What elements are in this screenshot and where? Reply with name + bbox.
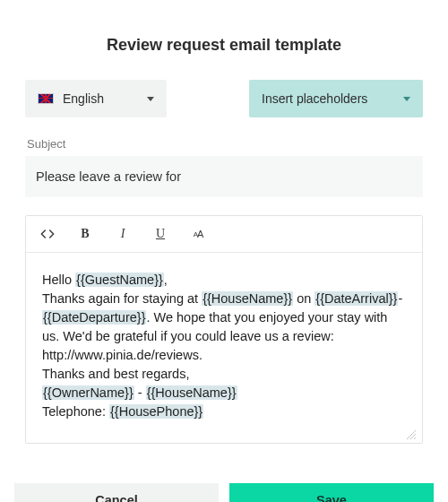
body-text: - bbox=[398, 291, 402, 306]
font-size-button[interactable]: AA bbox=[189, 225, 207, 243]
uk-flag-icon bbox=[38, 93, 54, 104]
body-text: Hello bbox=[42, 273, 75, 287]
bold-button[interactable]: B bbox=[76, 225, 94, 243]
body-text: , bbox=[164, 273, 168, 287]
placeholder-guestname: {{GuestName}} bbox=[75, 273, 164, 287]
placeholder-housephone: {{HousePhone}} bbox=[109, 404, 203, 419]
placeholder-ownername: {{OwnerName}} bbox=[42, 385, 134, 400]
save-button[interactable]: Save bbox=[229, 483, 434, 502]
body-textarea[interactable]: Hello {{GuestName}}, Thanks again for st… bbox=[26, 253, 422, 443]
body-text: - bbox=[134, 385, 146, 400]
body-text: Telephone: bbox=[42, 404, 109, 419]
selector-row: English Insert placeholders bbox=[25, 80, 423, 117]
chevron-down-icon bbox=[403, 97, 410, 101]
button-row: Cancel Save bbox=[0, 483, 448, 502]
placeholder-select[interactable]: Insert placeholders bbox=[249, 80, 423, 117]
body-text: on bbox=[293, 291, 314, 306]
placeholder-datearrival: {{DateArrival}} bbox=[314, 291, 398, 306]
placeholder-datedeparture: {{DateDeparture}} bbox=[42, 310, 146, 325]
subject-input[interactable]: Please leave a review for bbox=[25, 156, 423, 197]
placeholder-housename: {{HouseName}} bbox=[146, 385, 237, 400]
italic-button[interactable]: I bbox=[114, 225, 132, 243]
editor: B I U AA Hello {{GuestName}}, Thanks aga… bbox=[25, 215, 423, 444]
underline-button[interactable]: U bbox=[151, 225, 169, 243]
subject-label: Subject bbox=[27, 137, 423, 151]
chevron-down-icon bbox=[147, 97, 154, 101]
page-title: Review request email template bbox=[25, 36, 423, 55]
body-text: Thanks and best regards, bbox=[42, 365, 406, 384]
body-text: Thanks again for staying at bbox=[42, 291, 202, 306]
placeholder-housename: {{HouseName}} bbox=[202, 291, 293, 306]
subject-value: Please leave a review for bbox=[36, 169, 181, 184]
placeholder-select-label: Insert placeholders bbox=[262, 91, 403, 106]
resize-handle-icon[interactable] bbox=[406, 427, 417, 437]
language-select[interactable]: English bbox=[25, 80, 167, 117]
language-select-label: English bbox=[63, 91, 147, 106]
code-icon bbox=[40, 227, 55, 241]
cancel-button[interactable]: Cancel bbox=[14, 483, 219, 502]
code-view-button[interactable] bbox=[39, 225, 56, 243]
editor-toolbar: B I U AA bbox=[26, 216, 422, 253]
